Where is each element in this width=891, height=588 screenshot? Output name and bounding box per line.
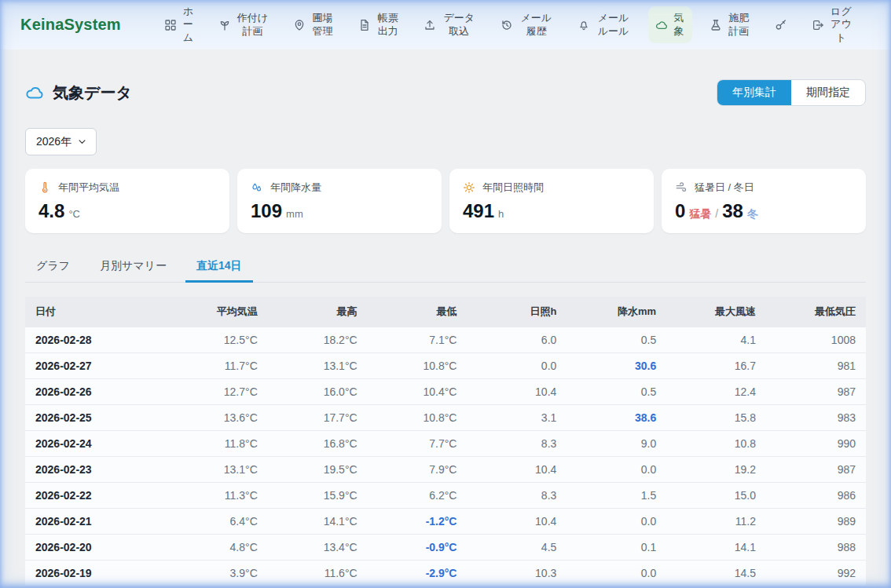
table-cell: 14.1°C xyxy=(268,509,368,535)
stat-value-sep: / xyxy=(715,207,718,220)
nav-item-logout[interactable]: ログアウト xyxy=(805,0,860,49)
table-row: 2026-02-2313.1°C19.5°C7.9°C10.40.019.298… xyxy=(25,457,866,483)
table-cell: 11.3°C xyxy=(168,483,268,509)
table-cell: 4.5 xyxy=(467,535,566,561)
stat-card-value: 491h xyxy=(463,200,640,222)
table-cell: 4.8°C xyxy=(168,535,268,561)
date-cell: 2026-02-19 xyxy=(25,561,168,586)
table-cell: 13.4°C xyxy=(268,535,368,561)
stat-card-label: 年間降水量 xyxy=(251,181,428,195)
table-cell: -2.9°C xyxy=(368,561,468,586)
period-select-button[interactable]: 期間指定 xyxy=(791,80,865,105)
column-header: 最大風速 xyxy=(666,297,766,327)
table-row: 2026-02-193.9°C11.6°C-2.9°C10.30.014.599… xyxy=(25,561,866,586)
date-cell: 2026-02-26 xyxy=(25,379,168,405)
table-cell: 10.4 xyxy=(467,379,566,405)
table-cell: 0.1 xyxy=(566,535,666,561)
nav-item-mail-history[interactable]: メール履歴 xyxy=(493,6,560,43)
table-cell: 10.4°C xyxy=(368,379,468,405)
chevron-down-icon xyxy=(76,136,88,148)
table-cell: 13.6°C xyxy=(168,405,268,431)
table-cell: -1.2°C xyxy=(368,509,468,535)
stat-card-label: 年間日照時間 xyxy=(463,181,640,195)
table-row: 2026-02-2812.5°C18.2°C7.1°C6.00.54.11008 xyxy=(25,327,866,353)
table-cell: 38.6 xyxy=(566,405,666,431)
sun-icon xyxy=(463,181,475,194)
table-cell: 987 xyxy=(766,457,866,483)
nav-item-home[interactable]: ホーム xyxy=(157,0,201,49)
table-row: 2026-02-204.8°C13.4°C-0.9°C4.50.114.1988 xyxy=(25,535,866,561)
date-cell: 2026-02-21 xyxy=(25,509,168,535)
nav-item-label: 作付け計画 xyxy=(236,12,269,38)
stat-card-value: 4.8°C xyxy=(38,200,216,222)
stat-card-label: 年間平均気温 xyxy=(38,181,216,195)
table-cell: 0.0 xyxy=(566,509,666,535)
table-cell: 8.3 xyxy=(467,483,566,509)
column-header: 日照h xyxy=(467,297,566,327)
table-cell: 7.9°C xyxy=(368,457,468,483)
view-mode-toggle: 年別集計 期間指定 xyxy=(717,79,866,106)
table-cell: 6.0 xyxy=(467,327,566,353)
tab-グラフ[interactable]: グラフ xyxy=(25,254,81,283)
table-row: 2026-02-2211.3°C15.9°C6.2°C8.31.515.0986 xyxy=(25,483,866,509)
tab-bar: グラフ月別サマリー直近14日 xyxy=(25,254,866,283)
map-pin-icon xyxy=(293,19,306,31)
tab-月別サマリー[interactable]: 月別サマリー xyxy=(89,254,178,283)
table-cell: 12.7°C xyxy=(168,379,268,405)
nav-item-label: 施肥計画 xyxy=(728,12,750,38)
nav-item-field-management[interactable]: 圃場管理 xyxy=(286,6,341,43)
brand-logo[interactable]: KeinaSystem xyxy=(20,16,121,34)
table-cell: 15.9°C xyxy=(268,483,368,509)
nav-item-weather[interactable]: 気象 xyxy=(648,6,692,43)
app-root: KeinaSystem ホーム作付け計画圃場管理帳票出力データ取込メール履歴メー… xyxy=(0,0,891,586)
table-cell: 11.8°C xyxy=(168,431,268,457)
stat-value-hot: 猛暑 xyxy=(689,207,711,221)
date-cell: 2026-02-27 xyxy=(25,353,168,379)
year-select[interactable]: 2026年 xyxy=(25,128,97,155)
table-cell: 19.2 xyxy=(666,457,766,483)
stat-value-big: 109 xyxy=(251,200,282,222)
table-cell: 10.3 xyxy=(467,561,566,586)
table-cell: 16.7 xyxy=(666,353,766,379)
cloud-icon xyxy=(655,19,668,31)
yearly-summary-button[interactable]: 年別集計 xyxy=(717,80,791,105)
table-cell: 11.2 xyxy=(666,509,766,535)
table-row: 2026-02-2411.8°C16.8°C7.7°C8.39.010.8990 xyxy=(25,431,866,457)
table-cell: 8.3 xyxy=(467,431,566,457)
table-cell: 11.7°C xyxy=(168,353,268,379)
nav-item-data-import[interactable]: データ取込 xyxy=(416,6,483,43)
nav-item-planting-plan[interactable]: 作付け計画 xyxy=(211,6,276,43)
page-title-group: 気象データ xyxy=(25,82,132,104)
table-cell: 7.7°C xyxy=(368,431,468,457)
history-icon xyxy=(500,19,513,31)
grid-icon xyxy=(164,19,177,31)
nav-item-mail-rules[interactable]: メールルール xyxy=(570,6,637,43)
table-cell: 0.5 xyxy=(566,327,666,353)
bell-icon xyxy=(578,19,590,31)
table-cell: 1008 xyxy=(766,327,866,353)
table-cell: 16.8°C xyxy=(268,431,368,457)
table-cell: 13.1°C xyxy=(268,353,368,379)
seedling-icon xyxy=(218,19,231,31)
stat-value-unit: °C xyxy=(68,208,80,220)
date-cell: 2026-02-28 xyxy=(25,327,168,353)
nav-item-fertilizer-plan[interactable]: 施肥計画 xyxy=(702,6,757,43)
tab-直近14日[interactable]: 直近14日 xyxy=(185,254,253,283)
table-cell: 12.4 xyxy=(666,379,766,405)
table-cell: 989 xyxy=(766,509,866,535)
stat-label-text: 猛暑日 / 冬日 xyxy=(695,181,754,195)
nav-item-label: メールルール xyxy=(596,12,630,38)
table-cell: -0.9°C xyxy=(368,535,468,561)
table-cell: 10.4 xyxy=(467,457,566,483)
cloud-icon xyxy=(25,83,44,102)
nav-item-password[interactable] xyxy=(768,13,794,37)
nav-item-report-output[interactable]: 帳票出力 xyxy=(351,6,406,43)
stat-label-text: 年間日照時間 xyxy=(482,181,544,195)
table-cell: 10.8°C xyxy=(368,405,468,431)
date-cell: 2026-02-24 xyxy=(25,431,168,457)
table-cell: 990 xyxy=(766,431,866,457)
stat-card-label: 猛暑日 / 冬日 xyxy=(675,181,852,195)
wind-icon xyxy=(675,181,688,194)
table-cell: 986 xyxy=(766,483,866,509)
table-row: 2026-02-216.4°C14.1°C-1.2°C10.40.011.298… xyxy=(25,509,866,535)
